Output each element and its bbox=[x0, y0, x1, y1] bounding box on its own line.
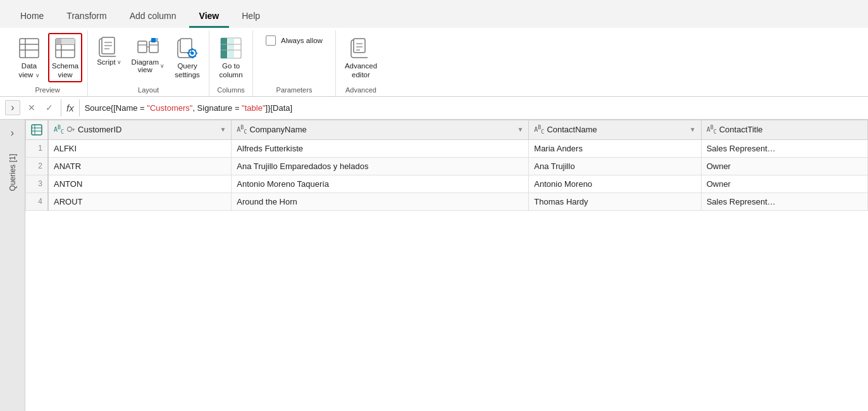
contacttitle-type-badge: ABC bbox=[707, 124, 717, 135]
always-allow-row[interactable]: Always allow bbox=[266, 35, 323, 46]
schema-view-button[interactable]: Schemaview bbox=[48, 33, 82, 82]
row-3-companyname: Antonio Moreno Taquería bbox=[232, 175, 529, 193]
tab-transform[interactable]: Transform bbox=[56, 6, 116, 28]
contactname-type-badge: ABC bbox=[534, 124, 544, 135]
advanced-group-label: Advanced bbox=[341, 84, 381, 96]
ribbon-nav: Home Transform Add column View Help bbox=[0, 0, 868, 28]
go-to-column-label: Go tocolumn bbox=[220, 62, 243, 80]
table-row: 4 AROUT Around the Horn Thomas Hardy Sal… bbox=[26, 193, 868, 210]
contactname-sort-icon[interactable]: ▼ bbox=[690, 126, 696, 133]
query-settings-button[interactable]: Querysettings bbox=[171, 33, 204, 82]
svg-line-30 bbox=[195, 50, 196, 51]
ribbon-group-parameters: Always allow Parameters bbox=[253, 30, 336, 96]
customerid-key-icon bbox=[66, 125, 75, 134]
row-1-num: 1 bbox=[26, 139, 49, 157]
parameters-group-label: Parameters bbox=[258, 84, 330, 96]
diagram-view-button[interactable]: Diagramview ∨ bbox=[128, 33, 168, 76]
row-1-companyname: Alfreds Futterkiste bbox=[232, 139, 529, 157]
advanced-editor-button[interactable]: Advancededitor bbox=[341, 33, 381, 82]
row-2-companyname: Ana Trujillo Emparedados y helados bbox=[232, 157, 529, 175]
col-header-customerid[interactable]: ABC CustomerID ▼ bbox=[48, 120, 232, 139]
go-to-column-icon bbox=[218, 35, 244, 61]
customerid-col-label: CustomerID bbox=[78, 125, 121, 134]
tab-help[interactable]: Help bbox=[232, 6, 270, 28]
formula-bar-collapse-button[interactable]: › bbox=[5, 100, 20, 115]
columns-group-label: Columns bbox=[214, 84, 247, 96]
svg-rect-19 bbox=[156, 38, 158, 41]
script-button[interactable]: Script ∨ bbox=[93, 33, 125, 68]
svg-rect-8 bbox=[56, 39, 61, 44]
formula-bar-confirm-icon[interactable]: ✓ bbox=[43, 103, 56, 113]
row-3-contactname: Antonio Moreno bbox=[529, 175, 701, 193]
row-4-contactname: Thomas Hardy bbox=[529, 193, 701, 210]
preview-items: Dataview ∨ Schemaview bbox=[13, 33, 82, 82]
col-header-companyname[interactable]: ABC CompanyName ▼ bbox=[232, 120, 529, 139]
always-allow-checkbox[interactable] bbox=[266, 35, 276, 46]
table-area: ABC CustomerID ▼ ABC bbox=[25, 120, 868, 411]
data-view-label: Dataview ∨ bbox=[18, 62, 39, 80]
tab-add-column[interactable]: Add column bbox=[120, 6, 187, 28]
formula-bar-input[interactable]: Source{[Name = "Customers", Signature = … bbox=[85, 103, 863, 113]
script-icon bbox=[97, 35, 120, 58]
row-4-customerid: AROUT bbox=[48, 193, 232, 210]
script-label: Script ∨ bbox=[97, 58, 121, 66]
row-2-num: 2 bbox=[26, 157, 49, 175]
svg-rect-14 bbox=[138, 41, 147, 53]
svg-line-28 bbox=[189, 50, 190, 51]
companyname-col-label: CompanyName bbox=[249, 125, 306, 134]
columns-items: Go tocolumn bbox=[214, 33, 247, 82]
formula-bar-cancel-icon[interactable]: ✕ bbox=[25, 103, 38, 113]
ribbon: Dataview ∨ Schemaview Pr bbox=[0, 28, 868, 97]
main-area: › Queries [1] ABC bbox=[0, 120, 868, 411]
sidebar-expand-icon[interactable]: › bbox=[8, 125, 16, 141]
row-3-num: 3 bbox=[26, 175, 49, 193]
schema-view-icon bbox=[53, 35, 78, 61]
tab-view[interactable]: View bbox=[189, 6, 230, 28]
companyname-type-badge: ABC bbox=[237, 124, 247, 135]
formula-bar: › ✕ ✓ fx Source{[Name = "Customers", Sig… bbox=[0, 97, 868, 120]
svg-rect-34 bbox=[228, 38, 234, 58]
advanced-editor-label: Advancededitor bbox=[345, 62, 377, 80]
row-4-contacttitle: Sales Represent… bbox=[701, 193, 867, 210]
tab-home[interactable]: Home bbox=[10, 6, 54, 28]
data-view-icon bbox=[16, 35, 42, 61]
svg-line-29 bbox=[195, 56, 196, 57]
contacttitle-col-label: ContactTitle bbox=[719, 125, 763, 134]
sidebar-queries-label: Queries [1] bbox=[8, 154, 17, 191]
always-allow-label: Always allow bbox=[281, 37, 323, 46]
formula-bar-fx-label: fx bbox=[61, 99, 80, 117]
row-2-customerid: ANATR bbox=[48, 157, 232, 175]
svg-rect-37 bbox=[354, 39, 365, 53]
ribbon-group-layout: Script ∨ bbox=[88, 30, 209, 96]
svg-line-31 bbox=[189, 56, 190, 57]
row-3-contacttitle: Owner bbox=[701, 175, 867, 193]
table-header-row: ABC CustomerID ▼ ABC bbox=[26, 120, 868, 139]
data-view-button[interactable]: Dataview ∨ bbox=[13, 33, 46, 82]
customerid-sort-icon[interactable]: ▼ bbox=[220, 126, 226, 133]
svg-rect-0 bbox=[20, 39, 39, 58]
parameters-items: Always allow bbox=[258, 33, 330, 82]
svg-rect-41 bbox=[32, 125, 42, 135]
contactname-col-label: ContactName bbox=[547, 125, 597, 134]
table-row: 1 ALFKI Alfreds Futterkiste Maria Anders… bbox=[26, 139, 868, 157]
diagram-view-icon bbox=[137, 35, 159, 58]
diagram-view-label: Diagramview ∨ bbox=[132, 58, 164, 73]
col-header-contacttitle[interactable]: ABC ContactTitle bbox=[701, 120, 867, 139]
svg-point-23 bbox=[191, 52, 194, 55]
ribbon-group-preview: Dataview ∨ Schemaview Pr bbox=[8, 30, 88, 96]
ribbon-group-advanced: Advancededitor Advanced bbox=[336, 30, 386, 96]
advanced-items: Advancededitor bbox=[341, 33, 381, 82]
go-to-column-button[interactable]: Go tocolumn bbox=[214, 33, 247, 82]
col-header-contactname[interactable]: ABC ContactName ▼ bbox=[529, 120, 701, 139]
row-1-contacttitle: Sales Represent… bbox=[701, 139, 867, 157]
row-1-contactname: Maria Anders bbox=[529, 139, 701, 157]
table-row: 2 ANATR Ana Trujillo Emparedados y helad… bbox=[26, 157, 868, 175]
companyname-sort-icon[interactable]: ▼ bbox=[517, 126, 523, 133]
data-table: ABC CustomerID ▼ ABC bbox=[25, 120, 868, 211]
preview-group-label: Preview bbox=[13, 84, 82, 96]
row-num-header bbox=[26, 120, 49, 139]
table-row: 3 ANTON Antonio Moreno Taquería Antonio … bbox=[26, 175, 868, 193]
query-settings-icon bbox=[175, 35, 200, 61]
row-4-num: 4 bbox=[26, 193, 49, 210]
advanced-editor-icon bbox=[348, 35, 373, 61]
